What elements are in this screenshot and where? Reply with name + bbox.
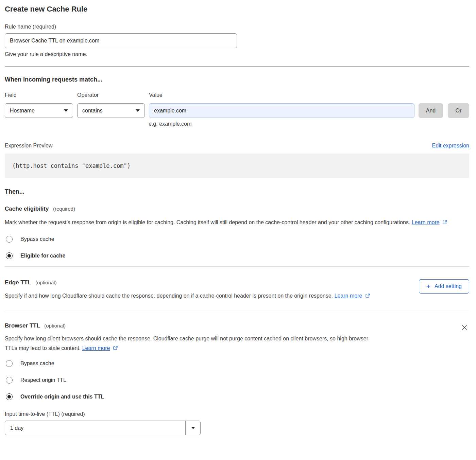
- ttl-input-label: Input time-to-live (TTL) (required): [5, 411, 469, 417]
- radio-button[interactable]: [6, 393, 13, 400]
- browser-ttl-description: Specify how long client browsers should …: [5, 334, 372, 353]
- value-input[interactable]: [149, 103, 414, 118]
- cache-eligibility-options: Bypass cache Eligible for cache: [5, 236, 469, 259]
- close-icon: [461, 324, 468, 331]
- or-button[interactable]: Or: [448, 103, 469, 118]
- radio-button[interactable]: [6, 360, 13, 367]
- edge-ttl-heading: Edge TTL (optional): [5, 279, 419, 286]
- cache-eligibility-description: Mark whether the request’s response from…: [5, 218, 459, 227]
- and-button[interactable]: And: [419, 103, 443, 118]
- value-label: Value: [149, 92, 163, 98]
- cache-eligibility-heading: Cache eligibility (required): [5, 205, 469, 212]
- edge-ttl-title: Edge TTL: [5, 279, 31, 286]
- operator-label: Operator: [77, 92, 149, 98]
- radio-respect-origin-ttl[interactable]: Respect origin TTL: [5, 377, 469, 384]
- expression-preview-label: Expression Preview: [5, 143, 53, 149]
- page-title: Create new Cache Rule: [5, 5, 469, 14]
- optional-badge: (optional): [35, 280, 57, 285]
- radio-override-origin-ttl[interactable]: Override origin and use this TTL: [5, 393, 469, 400]
- radio-bypass-cache[interactable]: Bypass cache: [5, 236, 469, 243]
- external-link-icon: [113, 346, 118, 351]
- edit-expression-link[interactable]: Edit expression: [432, 143, 469, 149]
- radio-label: Override origin and use this TTL: [20, 394, 104, 400]
- add-setting-button[interactable]: + Add setting: [419, 279, 469, 294]
- matcher-row: Hostname contains And Or: [5, 103, 469, 118]
- divider: [5, 266, 469, 267]
- field-select-value: Hostname: [10, 108, 35, 114]
- cache-eligibility-title: Cache eligibility: [5, 206, 49, 212]
- learn-more-link[interactable]: Learn more: [412, 219, 440, 225]
- rule-name-input[interactable]: [5, 33, 237, 48]
- divider: [5, 310, 469, 310]
- match-section-heading: When incoming requests match...: [5, 76, 469, 83]
- ttl-select-arrow-button[interactable]: [185, 421, 200, 435]
- optional-badge: (optional): [44, 323, 66, 329]
- radio-button[interactable]: [6, 236, 13, 243]
- value-help: e.g. example.com: [149, 121, 469, 127]
- required-badge: (required): [53, 206, 75, 212]
- radio-eligible-for-cache[interactable]: Eligible for cache: [5, 252, 469, 259]
- divider: [5, 66, 469, 67]
- chevron-down-icon: [191, 427, 195, 429]
- chevron-down-icon: [64, 109, 68, 112]
- rule-name-help: Give your rule a descriptive name.: [5, 51, 469, 57]
- edge-ttl-description: Specify if and how long Cloudflare shoul…: [5, 291, 375, 301]
- radio-button[interactable]: [6, 252, 13, 259]
- ttl-select-value: 1 day: [5, 421, 185, 435]
- operator-select-value: contains: [82, 108, 103, 114]
- plus-icon: +: [426, 283, 430, 290]
- learn-more-link[interactable]: Learn more: [82, 345, 110, 351]
- remove-browser-ttl-button[interactable]: [460, 323, 469, 333]
- learn-more-link[interactable]: Learn more: [335, 293, 362, 299]
- expression-code: (http.host contains "example.com"): [5, 154, 469, 178]
- then-heading: Then...: [5, 188, 469, 195]
- create-cache-rule-form: Create new Cache Rule Rule name (require…: [0, 0, 476, 435]
- matcher-column-labels: Field Operator Value: [5, 92, 469, 98]
- operator-select[interactable]: contains: [77, 103, 145, 118]
- browser-ttl-heading: Browser TTL (optional): [5, 322, 460, 329]
- field-label: Field: [5, 92, 77, 98]
- rule-name-label: Rule name (required): [5, 23, 469, 30]
- radio-label: Respect origin TTL: [20, 377, 66, 383]
- external-link-icon: [365, 293, 370, 298]
- edge-ttl-section: Edge TTL (optional) Specify if and how l…: [5, 279, 469, 301]
- field-select[interactable]: Hostname: [5, 103, 73, 118]
- chevron-down-icon: [136, 109, 140, 112]
- expression-preview-row: Expression Preview Edit expression: [5, 143, 469, 149]
- ttl-select[interactable]: 1 day: [5, 421, 201, 435]
- external-link-icon: [442, 220, 447, 225]
- browser-ttl-options: Bypass cache Respect origin TTL Override…: [5, 360, 469, 400]
- radio-label: Eligible for cache: [20, 253, 65, 259]
- browser-ttl-title: Browser TTL: [5, 322, 40, 329]
- radio-bypass-cache[interactable]: Bypass cache: [5, 360, 469, 367]
- browser-ttl-section: Browser TTL (optional) Specify how long …: [5, 322, 469, 353]
- radio-label: Bypass cache: [20, 236, 54, 242]
- radio-button[interactable]: [6, 377, 13, 384]
- radio-label: Bypass cache: [20, 360, 54, 367]
